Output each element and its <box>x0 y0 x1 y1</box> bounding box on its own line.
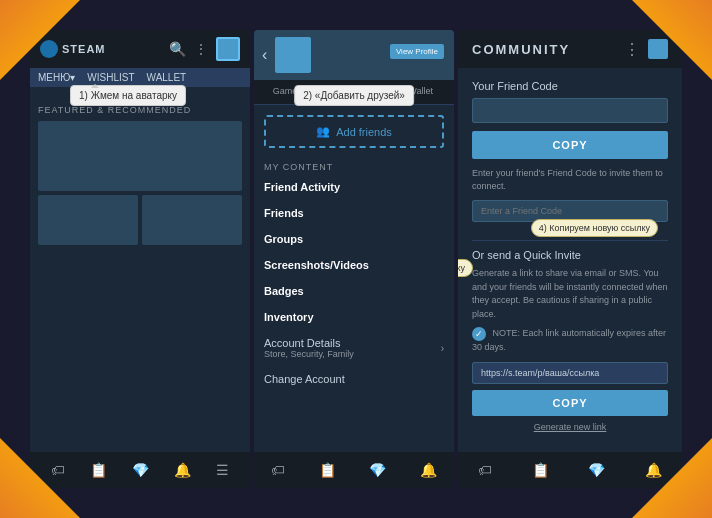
add-friends-icon: 👥 <box>316 125 330 138</box>
note-text: ✓ NOTE: Each link automatically expires … <box>472 327 668 354</box>
menu-friends[interactable]: Friends <box>254 200 454 226</box>
menu-label-friend-activity: Friend Activity <box>264 181 340 193</box>
annotation-3: 3) Создаем новую ссылку <box>458 259 473 277</box>
arrow-icon: › <box>441 343 444 354</box>
view-profile-button[interactable]: View Profile <box>390 44 444 59</box>
generate-new-link-button[interactable]: Generate new link <box>472 422 668 432</box>
copy-link-button[interactable]: COPY <box>472 390 668 416</box>
avatar[interactable] <box>216 37 240 61</box>
nav-menu[interactable]: МЕНЮ▾ <box>38 72 75 83</box>
back-arrow-icon[interactable]: ‹ <box>262 46 267 64</box>
pnav-gem-icon[interactable]: 💎 <box>369 462 386 478</box>
search-icon[interactable]: 🔍 <box>169 41 186 57</box>
game-tiles <box>38 121 242 245</box>
nav-tag-icon[interactable]: 🏷 <box>51 462 65 478</box>
pnav-bell-icon[interactable]: 🔔 <box>420 462 437 478</box>
menu-label-change-account: Change Account <box>264 373 345 385</box>
pnav-list-icon[interactable]: 📋 <box>319 462 336 478</box>
cnav-gem-icon[interactable]: 💎 <box>588 462 605 478</box>
game-tile-featured <box>38 121 242 191</box>
nav-wallet[interactable]: WALLET <box>147 72 187 83</box>
check-icon: ✓ <box>472 327 486 341</box>
annotation-4: 4) Копируем новую ссылку <box>531 219 658 237</box>
steam-bottom-nav: 🏷 📋 💎 🔔 ☰ <box>30 452 250 488</box>
community-bottom-nav: 🏷 📋 💎 🔔 <box>458 452 682 488</box>
steam-header: STEAM 🔍 ⋮ <box>30 30 250 68</box>
menu-change-account[interactable]: Change Account <box>254 366 454 392</box>
my-content-label: MY CONTENT <box>254 158 454 174</box>
steam-panel: STEAM 🔍 ⋮ МЕНЮ▾ WISHLIST WALLET 1) Жмем … <box>30 30 250 488</box>
menu-label-screenshots: Screenshots/Videos <box>264 259 369 271</box>
tooltip-add-friends: 2) «Добавить друзей» <box>294 85 414 106</box>
friend-code-title: Your Friend Code <box>472 80 668 92</box>
menu-friend-activity[interactable]: Friend Activity <box>254 174 454 200</box>
menu-label-inventory: Inventory <box>264 311 314 323</box>
community-header: COMMUNITY ⋮ <box>458 30 682 68</box>
quick-invite-text: Generate a link to share via email or SM… <box>472 267 668 321</box>
tooltip-avatar: 1) Жмем на аватарку <box>70 85 186 106</box>
profile-panel: ‹ View Profile 2) «Добавить друзей» Game… <box>254 30 454 488</box>
friend-code-input[interactable] <box>472 98 668 123</box>
menu-badges[interactable]: Badges <box>254 278 454 304</box>
menu-label-groups: Groups <box>264 233 303 245</box>
steam-logo: STEAM <box>40 40 106 58</box>
menu-label-badges: Badges <box>264 285 304 297</box>
community-panel: COMMUNITY ⋮ Your Friend Code COPY Enter … <box>458 30 682 488</box>
steam-header-icons: 🔍 ⋮ <box>169 37 240 61</box>
invite-desc-text: Enter your friend's Friend Code to invit… <box>472 167 668 192</box>
steam-content: FEATURED & RECOMMENDED <box>30 87 250 469</box>
profile-avatar <box>275 37 311 73</box>
menu-label-friends: Friends <box>264 207 304 219</box>
nav-menu-icon[interactable]: ☰ <box>216 462 229 478</box>
profile-bottom-nav: 🏷 📋 💎 🔔 <box>254 452 454 488</box>
copy-friend-code-button[interactable]: COPY <box>472 131 668 159</box>
pnav-tag-icon[interactable]: 🏷 <box>271 462 285 478</box>
steam-logo-icon <box>40 40 58 58</box>
cnav-bell-icon[interactable]: 🔔 <box>645 462 662 478</box>
community-avatar <box>648 39 668 59</box>
divider <box>472 240 668 241</box>
url-field: https://s.team/p/ваша/ссылка <box>472 362 668 384</box>
menu-sub-account: Store, Security, Family <box>264 349 354 359</box>
menu-account[interactable]: Account Details Store, Security, Family … <box>254 330 454 366</box>
community-header-right: ⋮ <box>624 39 668 59</box>
community-title: COMMUNITY <box>472 42 570 57</box>
more-icon[interactable]: ⋮ <box>194 41 208 57</box>
game-tile-1 <box>38 195 138 245</box>
menu-label-account: Account Details <box>264 337 354 349</box>
cnav-list-icon[interactable]: 📋 <box>532 462 549 478</box>
nav-gem-icon[interactable]: 💎 <box>132 462 149 478</box>
steam-logo-text: STEAM <box>62 43 106 55</box>
featured-label: FEATURED & RECOMMENDED <box>38 105 242 115</box>
quick-invite-title: Or send a Quick Invite <box>472 249 668 261</box>
cnav-tag-icon[interactable]: 🏷 <box>478 462 492 478</box>
nav-bell-icon[interactable]: 🔔 <box>174 462 191 478</box>
nav-list-icon[interactable]: 📋 <box>90 462 107 478</box>
add-friends-button[interactable]: 👥 Add friends <box>264 115 444 148</box>
menu-inventory[interactable]: Inventory <box>254 304 454 330</box>
profile-header: ‹ View Profile <box>254 30 454 80</box>
game-tile-2 <box>142 195 242 245</box>
community-more-icon[interactable]: ⋮ <box>624 40 640 59</box>
menu-groups[interactable]: Groups <box>254 226 454 252</box>
menu-screenshots[interactable]: Screenshots/Videos <box>254 252 454 278</box>
add-friends-label: Add friends <box>336 126 392 138</box>
main-container: STEAM 🔍 ⋮ МЕНЮ▾ WISHLIST WALLET 1) Жмем … <box>30 30 682 488</box>
community-content: Your Friend Code COPY Enter your friend'… <box>458 68 682 452</box>
